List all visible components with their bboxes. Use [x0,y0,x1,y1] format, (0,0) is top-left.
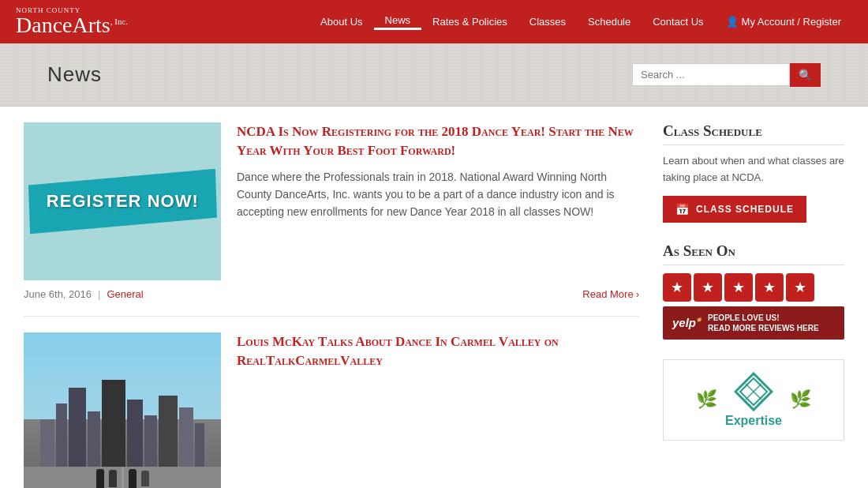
leaf-right-icon: 🌿 [790,389,811,410]
expertise-logo: Expertise [725,372,782,428]
yelp-read-more: READ MORE REVIEWS HERE [708,323,819,333]
main-layout: REGISTER NOW! NCDA Is Now Registering fo… [0,107,868,488]
nav-item-news[interactable]: News [374,14,422,30]
register-thumb: REGISTER NOW! [24,122,221,280]
article-body: NCDA Is Now Registering for the 2018 Dan… [237,122,639,231]
article-thumbnail: REGISTER NOW! [24,122,221,280]
sidebar-as-seen-on: As Seen On ★ ★ ★ ★ ★ yelp✸ PEOPLE LOVE U… [663,242,844,340]
search-icon: 🔍 [799,69,812,81]
yelp-logo: yelp✸ [672,316,702,329]
search-input[interactable] [632,63,790,86]
nav-item-about[interactable]: About Us [309,16,373,28]
article-thumbnail [24,332,221,488]
sidebar-as-seen-on-heading: As Seen On [663,242,844,265]
city-thumb [24,332,221,488]
article-date: June 6th, 2016 [24,288,92,300]
main-nav: About Us News Rates & Policies Classes S… [309,14,852,30]
sidebar-class-schedule-heading: Class Schedule [663,122,844,145]
sidebar: Class Schedule Learn about when and what… [663,122,844,488]
yelp-text-block: PEOPLE LOVE US! READ MORE REVIEWS HERE [708,313,819,333]
logo-main-text: DanceArts, Inc. [16,14,128,36]
expertise-diamond-icon [734,372,773,411]
nav-item-contact[interactable]: Contact Us [642,16,714,28]
article-excerpt: Dance where the Professionals train in 2… [237,168,639,221]
nav-item-classes[interactable]: Classes [518,16,577,28]
leaf-left-icon: 🌿 [696,389,717,410]
sidebar-class-schedule: Class Schedule Learn about when and what… [663,122,844,223]
star-3: ★ [724,273,753,302]
star-1: ★ [663,273,691,302]
chevron-right-icon: › [636,288,639,300]
calendar-icon: 📅 [675,203,690,216]
logo[interactable]: NORTH COUNTY DanceArts, Inc. [16,7,158,36]
register-label: REGISTER NOW! [46,191,198,212]
articles-column: REGISTER NOW! NCDA Is Now Registering fo… [24,122,639,488]
sidebar-expertise[interactable]: 🌿 Expertise 🌿 [663,359,844,441]
article-title[interactable]: Louis McKay Talks About Dance In Carmel … [237,332,639,370]
site-header: NORTH COUNTY DanceArts, Inc. About Us Ne… [0,0,868,43]
article-card: REGISTER NOW! NCDA Is Now Registering fo… [24,122,639,317]
article-category[interactable]: General [107,288,143,300]
nav-item-schedule[interactable]: Schedule [577,16,642,28]
page-banner: News 🔍 [0,43,868,107]
article-title[interactable]: NCDA Is Now Registering for the 2018 Dan… [237,122,639,160]
search-button[interactable]: 🔍 [790,63,821,87]
star-5: ★ [786,273,814,302]
search-bar: 🔍 [632,63,821,87]
article-card: Louis McKay Talks About Dance In Carmel … [24,332,639,488]
expertise-label: Expertise [725,414,782,428]
yelp-bar[interactable]: yelp✸ PEOPLE LOVE US! READ MORE REVIEWS … [663,306,844,340]
article-body: Louis McKay Talks About Dance In Carmel … [237,332,639,378]
yelp-stars: ★ ★ ★ ★ ★ [663,273,844,302]
star-2: ★ [694,273,722,302]
article-meta: June 6th, 2016 | General Read More › [24,288,639,300]
register-brush: REGISTER NOW! [28,169,217,235]
nav-item-account[interactable]: 👤 My Account / Register [715,16,852,28]
user-icon: 👤 [726,16,739,28]
star-4: ★ [755,273,784,302]
yelp-people-love-us: PEOPLE LOVE US! [708,313,819,323]
read-more-link[interactable]: Read More › [582,288,639,300]
class-schedule-button[interactable]: 📅 CLASS SCHEDULE [663,196,806,223]
page-title: News [47,62,102,87]
nav-item-rates[interactable]: Rates & Policies [421,16,518,28]
sidebar-class-schedule-text: Learn about when and what classes are ta… [663,153,844,186]
